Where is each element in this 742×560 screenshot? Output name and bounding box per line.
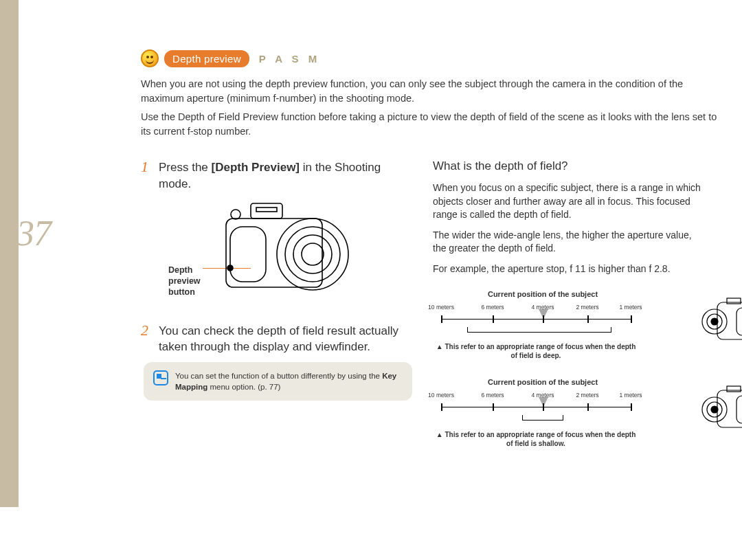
svg-rect-11 <box>727 298 741 304</box>
svg-point-20 <box>711 406 718 413</box>
note-box: You can set the function of a button dif… <box>144 362 412 401</box>
intro-p2: Use the Depth of Field Preview function … <box>141 110 718 139</box>
intro-paragraphs: When you are not using the depth preview… <box>141 77 718 139</box>
svg-rect-17 <box>727 386 741 392</box>
right-column: What is the depth of field? When you foc… <box>433 159 708 466</box>
mode-letters: P A S M <box>259 53 320 65</box>
svg-point-3 <box>277 219 348 290</box>
svg-rect-7 <box>230 227 266 282</box>
dof-p3: For example, the aperture stop, f 11 is … <box>433 262 708 276</box>
step-1: 1 Press the [Depth Preview] in the Shoot… <box>141 159 412 192</box>
dof-deep-block: Current position of the subject 10 meter… <box>433 290 708 366</box>
intro-p1: When you are not using the depth preview… <box>141 77 718 106</box>
dof-scale-deep: 10 meters 6 meters 4 meters 2 meters 1 m… <box>433 312 639 328</box>
step-2-text: You can check the depth of field result … <box>159 323 412 356</box>
camera-illustration-icon <box>216 199 361 302</box>
dof-caption-shallow: This refer to an appropriate range of fo… <box>433 430 639 448</box>
dof-title-shallow: Current position of the subject <box>447 378 639 386</box>
dof-p1: When you focus on a specific subject, th… <box>433 181 708 222</box>
step-2: 2 You can check the depth of field resul… <box>141 323 412 356</box>
svg-rect-0 <box>226 219 322 287</box>
svg-rect-1 <box>251 203 282 219</box>
dof-heading: What is the depth of field? <box>433 159 708 173</box>
dof-shallow-block: Current position of the subject 10 meter… <box>433 378 708 453</box>
section-title-row: Depth preview P A S M <box>141 49 718 67</box>
svg-point-14 <box>711 318 718 325</box>
svg-point-5 <box>293 235 332 273</box>
left-column: 1 Press the [Depth Preview] in the Shoot… <box>141 159 412 466</box>
depth-preview-button-label: Depth preview button <box>168 265 201 298</box>
step-number: 2 <box>141 323 152 356</box>
svg-rect-15 <box>737 308 742 335</box>
note-icon <box>153 370 168 385</box>
step-1-text: Press the [Depth Preview] in the Shootin… <box>159 159 412 192</box>
svg-rect-2 <box>256 208 277 212</box>
camera-small-icon <box>701 297 742 345</box>
dof-caption-deep: This refer to an appropriate range of fo… <box>433 342 639 360</box>
smiley-icon <box>141 49 159 67</box>
step-number: 1 <box>141 159 152 192</box>
svg-point-6 <box>302 243 324 265</box>
svg-point-8 <box>231 210 240 219</box>
dof-p2: The wider the wide-angle lens, the highe… <box>433 229 708 256</box>
camera-figure: Depth preview button <box>155 199 412 309</box>
side-gutter-bar <box>0 0 19 507</box>
svg-rect-21 <box>737 396 742 423</box>
camera-small-icon <box>701 385 742 433</box>
dof-title-deep: Current position of the subject <box>447 290 639 298</box>
dof-scale-shallow: 10 meters 6 meters 4 meters 2 meters 1 m… <box>433 400 639 416</box>
note-text: You can set the function of a button dif… <box>175 370 403 392</box>
dof-diagrams: Current position of the subject 10 meter… <box>433 290 708 453</box>
page-number: 37 <box>16 213 51 254</box>
svg-point-9 <box>227 265 233 271</box>
section-title-badge: Depth preview <box>164 50 249 67</box>
page-content: Depth preview P A S M When you are not u… <box>141 49 718 466</box>
side-gutter: 37 <box>0 0 113 560</box>
